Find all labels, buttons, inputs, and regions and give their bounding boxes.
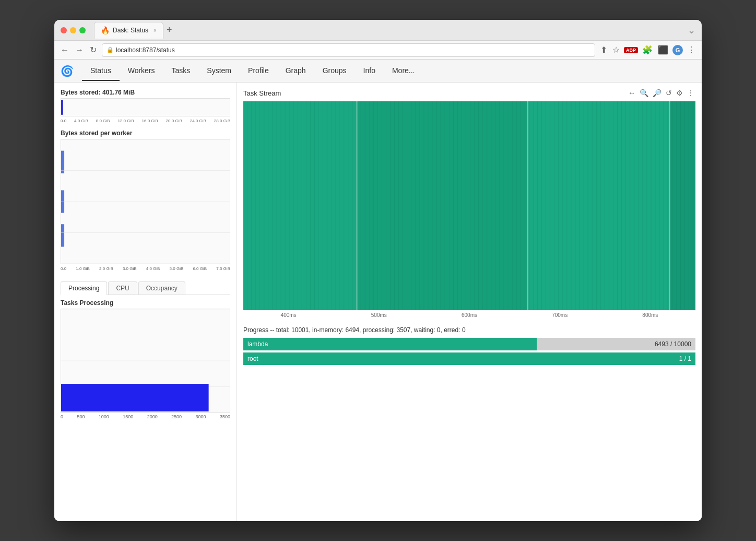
svg-rect-27: [670, 101, 695, 310]
root-label: root: [247, 355, 258, 362]
tab-favicon-icon: 🔥: [101, 26, 110, 34]
maximize-window-button[interactable]: [79, 27, 86, 33]
app-nav: 🌀 Status Workers Tasks System Profile Gr…: [54, 60, 702, 83]
zoom-in-icon[interactable]: 🔍: [639, 88, 649, 98]
close-tab-button[interactable]: ×: [153, 28, 157, 33]
title-bar: 🔥 Dask: Status × + ⌄: [54, 20, 702, 41]
progress-bar-root: root 1 / 1: [243, 352, 695, 365]
dask-logo-icon: 🌀: [61, 65, 74, 77]
sub-tab-cpu[interactable]: CPU: [108, 281, 137, 295]
bytes-per-worker-title: Bytes stored per worker: [61, 130, 230, 137]
bytes-stored-chart: [61, 98, 230, 116]
task-stream-header: Task Stream ↔ 🔍 🔎 ↺ ⚙ ⋮: [243, 88, 695, 98]
url-text: localhost:8787/status: [116, 46, 175, 54]
svg-rect-3: [61, 224, 64, 246]
axis-label-700ms: 700ms: [552, 312, 568, 318]
nav-item-workers[interactable]: Workers: [120, 61, 163, 81]
share-button[interactable]: ⬆: [599, 44, 608, 56]
bookmark-button[interactable]: ☆: [611, 44, 621, 56]
pan-tool-icon[interactable]: ↔: [627, 88, 636, 98]
nav-item-status[interactable]: Status: [82, 61, 120, 81]
svg-rect-0: [61, 100, 63, 115]
svg-rect-25: [358, 101, 527, 310]
browser-tab[interactable]: 🔥 Dask: Status ×: [94, 22, 163, 39]
left-panel: Bytes stored: 401.76 MiB 0.04.0 GiB8.0 G…: [54, 83, 237, 521]
axis-label-400ms: 400ms: [281, 312, 297, 318]
lock-icon: 🔒: [107, 46, 114, 53]
svg-rect-24: [243, 101, 357, 310]
sub-tab-processing[interactable]: Processing: [61, 281, 107, 295]
tasks-processing-chart: [61, 309, 230, 413]
svg-rect-22: [527, 101, 528, 310]
progress-bar-fill-root: [243, 352, 695, 365]
window-chevron-icon: ⌄: [688, 25, 695, 36]
root-count: 1 / 1: [679, 355, 691, 362]
svg-rect-21: [357, 101, 358, 310]
progress-bar-lambda: lambda 6493 / 10000: [243, 338, 695, 350]
svg-rect-23: [669, 101, 670, 310]
task-stream-tools: ↔ 🔍 🔎 ↺ ⚙ ⋮: [627, 88, 695, 98]
right-panel: Task Stream ↔ 🔍 🔎 ↺ ⚙ ⋮: [237, 83, 702, 521]
progress-section: Progress -- total: 10001, in-memory: 649…: [243, 323, 695, 367]
back-button[interactable]: ←: [60, 44, 70, 56]
sub-tabs: Processing CPU Occupancy: [61, 281, 230, 295]
traffic-lights: [61, 27, 86, 33]
bytes-per-worker-axis: 0.01.0 GiB2.0 GiB3.0 GiB4.0 GiB5.0 GiB6.…: [61, 266, 230, 271]
menu-icon[interactable]: ⋮: [686, 88, 695, 98]
browser-window: 🔥 Dask: Status × + ⌄ ← → ↻ 🔒 localhost:8…: [54, 20, 702, 521]
svg-rect-26: [528, 101, 669, 310]
tab-bar: 🔥 Dask: Status × +: [94, 22, 683, 39]
nav-item-more[interactable]: More...: [384, 61, 423, 81]
nav-item-graph[interactable]: Graph: [277, 61, 314, 81]
address-input[interactable]: 🔒 localhost:8787/status: [102, 43, 595, 57]
main-content: Bytes stored: 401.76 MiB 0.04.0 GiB8.0 G…: [54, 83, 702, 521]
stream-axis: 400ms 500ms 600ms 700ms 800ms: [243, 312, 695, 318]
lambda-count: 6493 / 10000: [655, 340, 691, 348]
address-bar: ← → ↻ 🔒 localhost:8787/status ⬆ ☆ ABP 🧩 …: [54, 41, 702, 60]
svg-rect-14: [61, 384, 209, 411]
refresh-button[interactable]: ↻: [89, 44, 98, 56]
axis-label-800ms: 800ms: [642, 312, 658, 318]
settings-icon[interactable]: ⚙: [675, 88, 684, 98]
toolbar-icons: ⬆ ☆ ABP 🧩 ⬛ G ⋮: [599, 44, 696, 56]
zoom-out-icon[interactable]: 🔎: [652, 88, 663, 98]
tab-title: Dask: Status: [113, 27, 148, 34]
more-button[interactable]: ⋮: [686, 44, 696, 56]
reset-view-icon[interactable]: ↺: [665, 88, 673, 98]
nav-item-tasks[interactable]: Tasks: [163, 61, 199, 81]
nav-item-info[interactable]: Info: [355, 61, 384, 81]
task-stream-canvas: [243, 101, 695, 310]
abp-badge: ABP: [624, 47, 638, 53]
extensions-button[interactable]: 🧩: [641, 44, 654, 56]
new-tab-button[interactable]: +: [163, 25, 175, 36]
bytes-stored-axis: 0.04.0 GiB8.0 GiB12.0 GiB16.0 GiB20.0 Gi…: [61, 119, 230, 123]
close-window-button[interactable]: [61, 27, 67, 33]
forward-button[interactable]: →: [74, 44, 85, 56]
nav-item-profile[interactable]: Profile: [240, 61, 277, 81]
bytes-stored-title: Bytes stored: 401.76 MiB: [61, 89, 230, 96]
sub-tab-occupancy[interactable]: Occupancy: [138, 281, 185, 295]
bytes-per-worker-chart: [61, 139, 230, 264]
nav-item-groups[interactable]: Groups: [314, 61, 355, 81]
axis-label-600ms: 600ms: [462, 312, 477, 318]
sidebar-button[interactable]: ⬛: [657, 44, 669, 56]
svg-rect-1: [61, 151, 64, 173]
processing-axis: 0500100015002000250030003500: [61, 414, 230, 419]
progress-title: Progress -- total: 10001, in-memory: 649…: [243, 326, 695, 334]
task-stream-title: Task Stream: [243, 89, 281, 97]
minimize-window-button[interactable]: [70, 27, 76, 33]
user-avatar[interactable]: G: [672, 45, 683, 55]
progress-bar-fill-lambda: [243, 338, 537, 350]
lambda-label: lambda: [247, 340, 268, 348]
axis-label-500ms: 500ms: [371, 312, 387, 318]
nav-item-system[interactable]: System: [198, 61, 240, 81]
tasks-processing-title: Tasks Processing: [61, 299, 230, 307]
